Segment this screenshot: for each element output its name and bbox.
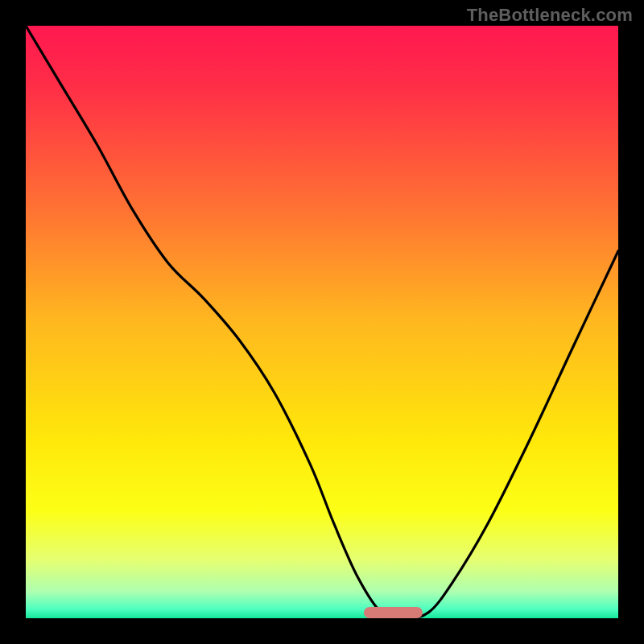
optimal-range-marker xyxy=(364,607,423,618)
plot-area xyxy=(26,26,618,618)
bottleneck-curve xyxy=(26,26,618,618)
chart-frame: TheBottleneck.com xyxy=(0,0,644,644)
watermark-text: TheBottleneck.com xyxy=(467,5,633,26)
